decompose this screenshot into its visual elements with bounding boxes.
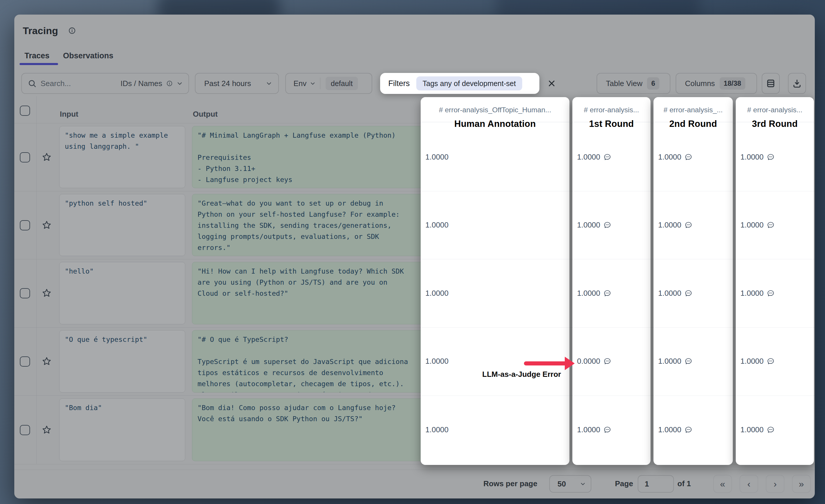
score-value[interactable]: 1.0000 (425, 286, 449, 300)
score-column-annotation: 3rd Round (736, 119, 814, 129)
page-number-value: 1 (645, 480, 649, 489)
page-total-label: of 1 (677, 479, 691, 488)
score-number: 1.0000 (577, 425, 600, 434)
score-value[interactable]: 1.0000 (577, 150, 611, 164)
divider (736, 191, 814, 191)
comment-icon[interactable] (767, 426, 774, 434)
divider (572, 327, 651, 328)
last-page-button[interactable]: » (792, 475, 811, 493)
first-page-button[interactable]: « (713, 475, 732, 493)
score-value[interactable]: 1.0000 (740, 150, 774, 164)
divider (654, 259, 733, 259)
rows-per-page-value: 50 (557, 480, 566, 489)
score-value[interactable]: 1.0000 (577, 423, 611, 437)
comment-icon[interactable] (767, 357, 774, 365)
score-value[interactable]: 0.0000 (577, 354, 611, 368)
score-column-header[interactable]: # error-analysis_OffTopic_Human... (421, 106, 570, 114)
score-value[interactable]: 1.0000 (425, 218, 449, 232)
score-column-annotation: 1st Round (572, 119, 651, 129)
score-column-card: # error-analysis...1st Round1.00001.0000… (572, 97, 651, 465)
score-number: 1.0000 (740, 289, 764, 298)
score-column-card: # error-analysis...3rd Round1.00001.0000… (736, 97, 814, 465)
comment-icon[interactable] (767, 289, 774, 297)
divider (14, 470, 815, 470)
divider (654, 327, 733, 328)
comment-icon[interactable] (603, 357, 611, 365)
divider (421, 327, 570, 328)
comment-icon[interactable] (684, 357, 692, 365)
comment-icon[interactable] (603, 289, 611, 297)
divider (736, 259, 814, 259)
comment-icon[interactable] (684, 426, 692, 434)
score-number: 1.0000 (658, 153, 681, 162)
score-value[interactable]: 1.0000 (577, 218, 611, 232)
score-value[interactable]: 1.0000 (658, 218, 692, 232)
score-number: 1.0000 (577, 221, 600, 230)
score-value[interactable]: 1.0000 (425, 354, 449, 368)
score-value[interactable]: 1.0000 (740, 354, 774, 368)
comment-icon[interactable] (603, 153, 611, 161)
score-value[interactable]: 1.0000 (658, 286, 692, 300)
comment-icon[interactable] (684, 153, 692, 161)
score-number: 1.0000 (740, 153, 764, 162)
score-number: 1.0000 (425, 221, 449, 230)
score-number: 1.0000 (658, 425, 681, 434)
score-number: 1.0000 (577, 153, 600, 162)
score-columns-overlay: # error-analysis_OffTopic_Human...Human … (14, 15, 815, 470)
next-page-button[interactable]: › (766, 475, 784, 493)
score-number: 1.0000 (425, 153, 449, 162)
score-column-annotation: Human Annotation (421, 119, 570, 129)
score-value[interactable]: 1.0000 (740, 423, 774, 437)
score-number: 1.0000 (740, 221, 764, 230)
divider (654, 396, 733, 396)
divider (654, 191, 733, 191)
score-column-annotation: 2nd Round (654, 119, 733, 129)
score-value[interactable]: 1.0000 (658, 354, 692, 368)
rows-per-page-select[interactable]: 50 (549, 475, 591, 493)
comment-icon[interactable] (684, 289, 692, 297)
divider (572, 259, 651, 259)
score-value[interactable]: 1.0000 (740, 218, 774, 232)
score-value[interactable]: 1.0000 (577, 286, 611, 300)
score-number: 1.0000 (740, 425, 764, 434)
comment-icon[interactable] (603, 221, 611, 229)
score-column-card: # error-analysis_OffTopic_Human...Human … (421, 97, 570, 465)
score-column-header[interactable]: # error-analysis... (572, 106, 651, 114)
divider (421, 396, 570, 396)
tracing-window: Tracing Traces Observations Search... ID… (14, 15, 815, 498)
score-number: 1.0000 (577, 289, 600, 298)
score-number: 1.0000 (740, 357, 764, 366)
score-number: 0.0000 (577, 357, 600, 366)
page-label: Page (615, 479, 633, 488)
score-column-header[interactable]: # error-analysis... (736, 106, 814, 114)
score-number: 1.0000 (425, 289, 449, 298)
callout-label: LLM-as-a-Judge Error (482, 370, 561, 379)
divider (572, 396, 651, 396)
score-value[interactable]: 1.0000 (740, 286, 774, 300)
score-number: 1.0000 (658, 357, 681, 366)
prev-page-button[interactable]: ‹ (740, 475, 758, 493)
divider (736, 327, 814, 328)
score-value[interactable]: 1.0000 (658, 423, 692, 437)
score-value[interactable]: 1.0000 (658, 150, 692, 164)
chevron-down-icon (580, 481, 586, 487)
comment-icon[interactable] (767, 153, 774, 161)
score-number: 1.0000 (658, 221, 681, 230)
comment-icon[interactable] (767, 221, 774, 229)
score-number: 1.0000 (425, 357, 449, 366)
divider (736, 396, 814, 396)
comment-icon[interactable] (603, 426, 611, 434)
score-value[interactable]: 1.0000 (425, 423, 449, 437)
score-number: 1.0000 (658, 289, 681, 298)
rows-per-page-label: Rows per page (483, 479, 537, 488)
divider (421, 191, 570, 191)
page-number-input[interactable]: 1 (638, 475, 674, 493)
score-value[interactable]: 1.0000 (425, 150, 449, 164)
score-column-card: # error-analysis_...2nd Round1.00001.000… (654, 97, 733, 465)
score-number: 1.0000 (425, 425, 449, 434)
comment-icon[interactable] (684, 221, 692, 229)
score-column-header[interactable]: # error-analysis_... (654, 106, 733, 114)
divider (421, 259, 570, 259)
divider (572, 191, 651, 191)
